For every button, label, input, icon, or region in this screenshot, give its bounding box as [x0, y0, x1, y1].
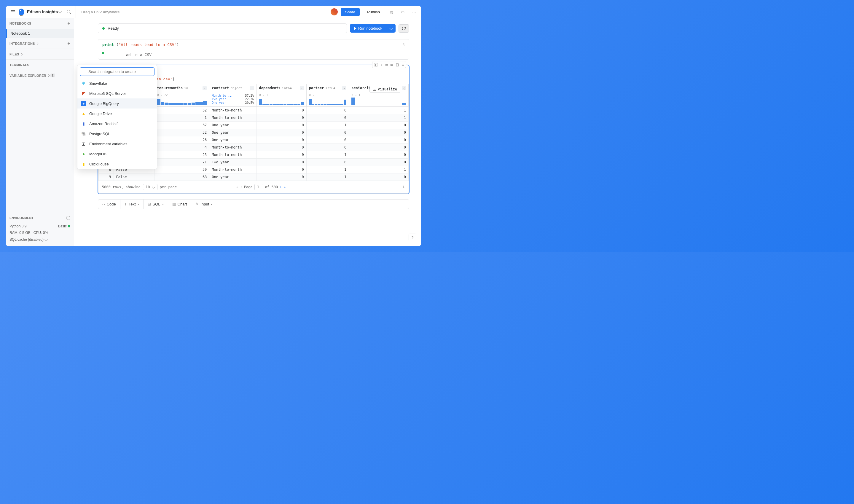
menu-cell-icon[interactable]: ≡	[402, 62, 404, 67]
publish-button[interactable]: Publish	[363, 8, 384, 16]
more-icon[interactable]: ⋯	[410, 8, 418, 16]
add-code-cell[interactable]: ‹›Code	[98, 199, 120, 209]
integration-item[interactable]: ▮ClickHouse	[77, 159, 157, 169]
add-integration-button[interactable]: +	[67, 41, 70, 46]
page-next-icon[interactable]: ›	[280, 185, 282, 189]
gear-icon[interactable]	[66, 216, 70, 220]
success-dot-icon	[102, 52, 104, 54]
column-menu[interactable]: ▾	[342, 86, 346, 90]
integration-icon: 🐘	[81, 131, 86, 137]
avatar[interactable]	[331, 8, 338, 15]
chevron-down-icon[interactable]	[45, 238, 48, 241]
add-text-cell[interactable]: TText ▾	[120, 199, 143, 209]
cell-output: ad to a CSV	[126, 53, 152, 57]
integration-icon: ▮	[81, 161, 86, 167]
sparkle-icon[interactable]: ✦	[380, 62, 383, 67]
chevron-down-icon	[389, 26, 393, 30]
chevron-right-icon	[36, 42, 38, 44]
chevron-down-icon	[152, 185, 155, 188]
column-menu[interactable]: ▾	[250, 86, 254, 90]
add-sql-cell[interactable]: ⊟SQL ▾	[143, 199, 168, 209]
files-header[interactable]: FILES	[10, 53, 19, 56]
comment-icon[interactable]: ▭	[398, 8, 407, 16]
chevron-down-icon	[59, 10, 62, 13]
notebooks-header: NOTEBOOKS	[10, 22, 32, 25]
chart-icon	[373, 88, 376, 91]
play-cell-icon[interactable]	[374, 62, 378, 67]
share-button[interactable]: Share	[341, 8, 360, 16]
drag-csv-hint: Drag a CSV anywhere	[81, 10, 327, 14]
refresh-icon	[402, 26, 406, 31]
cpu-usage: CPU: 0%	[34, 231, 48, 235]
integration-item[interactable]: ▲Google Drive	[77, 108, 157, 119]
page-last-icon[interactable]: »	[284, 185, 286, 189]
refresh-button[interactable]	[398, 24, 409, 33]
grid-icon[interactable]: ⊞	[390, 62, 393, 67]
integration-icon: ⚿	[81, 141, 86, 146]
status-text: Ready	[108, 26, 119, 31]
integrations-header[interactable]: INTEGRATIONS	[10, 42, 35, 46]
download-icon[interactable]: ⤓	[402, 185, 405, 189]
integration-search-input[interactable]	[80, 67, 155, 76]
line-number: 3	[403, 42, 405, 47]
chevron-right-icon	[47, 74, 50, 76]
integration-item[interactable]: ◈Google BigQuery	[77, 98, 157, 108]
integration-icon: ▮	[81, 121, 86, 126]
integration-item[interactable]: ●MongoDB	[77, 149, 157, 159]
integration-label: Google BigQuery	[89, 102, 119, 106]
help-button[interactable]: ?	[409, 234, 416, 241]
chevron-right-icon	[20, 53, 22, 55]
integration-item[interactable]: ❄Snowflake	[77, 78, 157, 88]
table-row[interactable]: 9False68One year010	[99, 174, 409, 181]
integration-label: Microsoft SQL Server	[89, 91, 126, 96]
integration-item[interactable]: ⚿Environment variables	[77, 139, 157, 149]
ram-usage: RAM: 0.5 GB	[10, 231, 31, 235]
environment-header: ENVIRONMENT	[10, 215, 34, 221]
integration-label: MongoDB	[89, 152, 106, 156]
delete-cell-icon[interactable]: 🗑	[395, 62, 399, 67]
integration-icon: ▲	[81, 111, 86, 116]
app-logo-icon	[19, 8, 24, 15]
integration-popover: ❄Snowflake◤Microsoft SQL Server◈Google B…	[77, 65, 157, 169]
terminals-header[interactable]: TERMINALS	[10, 63, 29, 67]
integration-label: Amazon Redshift	[89, 122, 119, 126]
integration-item[interactable]: 🐘PostgreSQL	[77, 129, 157, 139]
integration-label: Google Drive	[89, 111, 112, 116]
sql-cache: SQL cache (disabled)	[10, 236, 43, 243]
per-page-select[interactable]: 10	[143, 184, 157, 190]
menu-icon[interactable]	[11, 10, 16, 14]
integration-icon: ◤	[81, 91, 86, 96]
rows-info: 5000 rows, showing	[102, 185, 141, 189]
run-notebook-dropdown[interactable]	[387, 24, 395, 33]
integration-item[interactable]: ◤Microsoft SQL Server	[77, 88, 157, 98]
comment-cell-icon[interactable]: ▭	[386, 62, 388, 67]
integration-label: Environment variables	[89, 142, 127, 146]
run-notebook-button[interactable]: Run notebook	[350, 24, 387, 33]
add-notebook-button[interactable]: +	[67, 21, 70, 26]
column-menu[interactable]: ▾	[300, 86, 304, 90]
history-icon[interactable]: ◷	[387, 8, 395, 16]
play-icon	[354, 27, 356, 30]
app-title[interactable]: Edison Insights	[27, 10, 61, 14]
page-input[interactable]: 1	[254, 184, 263, 190]
status-dot-icon	[68, 225, 70, 228]
plan-label: Basic	[58, 224, 67, 228]
search-icon[interactable]	[67, 10, 70, 14]
add-chart-cell[interactable]: ▥Chart	[168, 199, 192, 209]
cell-toolbar: ✦ ▭ ⊞ 🗑 ≡	[372, 61, 406, 68]
integration-label: PostgreSQL	[89, 132, 110, 136]
page-first-icon[interactable]: «	[236, 185, 238, 189]
sidebar-notebook-item[interactable]: Notebook 1	[6, 29, 74, 38]
integration-item[interactable]: ▮Amazon Redshift	[77, 119, 157, 129]
status-dot-icon	[102, 27, 105, 30]
column-menu[interactable]: ▾	[202, 86, 207, 90]
variable-count-badge: 2	[50, 73, 55, 77]
page-prev-icon[interactable]: ‹	[240, 185, 242, 189]
add-input-cell[interactable]: ✎Input ▾	[191, 199, 216, 209]
variable-explorer-header[interactable]: VARIABLE EXPLORER	[10, 74, 46, 77]
visualize-button[interactable]: Visualize	[370, 86, 400, 93]
line-number: 5	[404, 87, 406, 91]
integration-icon: ❄	[81, 80, 86, 86]
integration-label: Snowflake	[89, 81, 107, 86]
integration-label: ClickHouse	[89, 162, 109, 166]
